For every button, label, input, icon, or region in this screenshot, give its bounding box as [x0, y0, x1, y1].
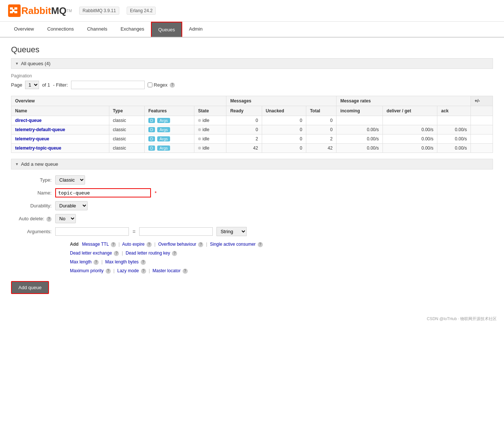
auto-expire-help[interactable]: ?: [147, 242, 152, 247]
queue-name-link[interactable]: telemetry-queue: [15, 136, 49, 141]
queue-name-link[interactable]: telemetry-topic-queue: [15, 146, 61, 151]
auto-delete-select[interactable]: No Yes: [55, 214, 76, 223]
name-label: Name:: [11, 190, 52, 196]
max-length-help[interactable]: ?: [94, 260, 99, 265]
queue-unacked-cell: 0: [262, 125, 306, 134]
main-content: Queues ▼ All queues (4) Pagination Page …: [0, 38, 504, 301]
rabbitmq-logo-icon: [7, 4, 21, 18]
master-locator-help[interactable]: ?: [183, 269, 188, 274]
queue-state-cell: idle: [194, 144, 226, 153]
badge-d: D: [148, 146, 155, 151]
queue-type-cell: classic: [109, 125, 144, 134]
queue-ack-cell: 0.00/s: [437, 125, 471, 134]
queue-incoming-cell: 0.00/s: [336, 144, 383, 153]
arg-link-master-locator[interactable]: Master locator: [152, 268, 180, 273]
dead-letter-routing-key-help[interactable]: ?: [172, 251, 177, 256]
dead-letter-exchange-help[interactable]: ?: [114, 251, 119, 256]
overflow-behaviour-help[interactable]: ?: [198, 242, 203, 247]
badge-args[interactable]: Args: [157, 118, 170, 123]
arg-link-lazy-mode[interactable]: Lazy mode: [117, 268, 139, 273]
queue-ack-cell: [437, 116, 471, 125]
nav-overview[interactable]: Overview: [7, 22, 40, 37]
single-active-consumer-help[interactable]: ?: [258, 242, 263, 247]
nav-queues[interactable]: Queues: [151, 22, 183, 37]
arguments-key-input[interactable]: [55, 227, 129, 236]
badge-args[interactable]: Args: [157, 136, 170, 141]
badge-args[interactable]: Args: [157, 146, 170, 151]
col-unacked: Unacked: [262, 106, 306, 116]
name-row: Name: *: [11, 188, 493, 197]
add-queue-button[interactable]: Add queue: [11, 281, 49, 294]
main-nav: Overview Connections Channels Exchanges …: [0, 22, 504, 38]
add-queue-section-header[interactable]: ▼ Add a new queue: [11, 159, 493, 169]
arg-link-dead-letter-routing-key[interactable]: Dead letter routing key: [126, 250, 170, 256]
arg-link-max-length-bytes[interactable]: Max length bytes: [105, 259, 139, 264]
arg-link-max-length[interactable]: Max length: [70, 259, 92, 264]
arg-link-message-ttl[interactable]: Message TTL: [82, 242, 109, 247]
arguments-val-input[interactable]: [139, 227, 213, 236]
queue-extra-cell: [471, 125, 493, 134]
queue-total-cell: 0: [306, 125, 336, 134]
queue-extra-cell: [471, 116, 493, 125]
arg-link-auto-expire[interactable]: Auto expire: [122, 242, 145, 247]
queue-incoming-cell: 0.00/s: [336, 134, 383, 144]
arguments-type-select[interactable]: String Number Boolean List: [216, 227, 247, 236]
state-dot: [198, 128, 201, 131]
nav-admin[interactable]: Admin: [182, 22, 209, 37]
queue-total-cell: 2: [306, 134, 336, 144]
durability-select[interactable]: Durable Transient: [55, 201, 88, 210]
queue-name-link[interactable]: telemetry-default-queue: [15, 127, 65, 132]
arg-link-dead-letter-exchange[interactable]: Dead letter exchange: [70, 250, 112, 256]
type-select[interactable]: Classic Quorum Stream: [55, 175, 85, 185]
max-length-bytes-help[interactable]: ?: [141, 260, 146, 265]
auto-delete-row: Auto delete: ? No Yes: [11, 214, 493, 223]
col-plus-minus[interactable]: +/-: [471, 96, 493, 106]
auto-delete-help[interactable]: ?: [46, 217, 52, 222]
footer-text: CSDN @IoTHub · 物联网开源技术社区: [427, 316, 497, 321]
add-queue-title: Add a new queue: [21, 161, 58, 167]
page-label: Page: [11, 82, 22, 88]
queue-total-cell: 0: [306, 116, 336, 125]
argument-links: Add Message TTL ? | Auto expire ? | Over…: [70, 240, 493, 275]
nav-connections[interactable]: Connections: [40, 22, 80, 37]
lazy-mode-help[interactable]: ?: [141, 269, 146, 274]
queue-incoming-cell: 0.00/s: [336, 125, 383, 134]
col-ready: Ready: [226, 106, 262, 116]
filter-input[interactable]: [71, 81, 145, 89]
arg-link-maximum-priority[interactable]: Maximum priority: [70, 268, 103, 273]
col-empty: [471, 106, 493, 116]
nav-exchanges[interactable]: Exchanges: [114, 22, 151, 37]
state-dot: [198, 147, 201, 150]
queue-ready-cell: 0: [226, 125, 262, 134]
svg-rect-4: [14, 11, 17, 13]
col-incoming: incoming: [336, 106, 383, 116]
all-queues-section-header[interactable]: ▼ All queues (4): [11, 58, 493, 69]
queue-ready-cell: 2: [226, 134, 262, 144]
col-group-messages: Messages: [226, 96, 336, 106]
svg-rect-5: [12, 9, 14, 12]
nav-channels[interactable]: Channels: [80, 22, 114, 37]
table-row: telemetry-queue classic D Args idle 2 0 …: [11, 134, 493, 144]
state-dot: [198, 137, 201, 140]
queue-name-link[interactable]: direct-queue: [15, 118, 42, 123]
badge-args[interactable]: Args: [157, 127, 170, 132]
regex-checkbox[interactable]: [148, 83, 152, 87]
arg-link-single-active-consumer[interactable]: Single active consumer: [210, 242, 255, 247]
maximum-priority-help[interactable]: ?: [106, 269, 111, 274]
queue-features-cell: D Args: [144, 125, 194, 134]
arg-link-overflow-behaviour[interactable]: Overflow behaviour: [158, 242, 196, 247]
logo-mq: MQ: [51, 5, 67, 17]
queue-name-cell: telemetry-queue: [11, 134, 109, 144]
pagination-label: Pagination: [11, 73, 493, 78]
message-ttl-help[interactable]: ?: [111, 242, 116, 247]
queue-type-cell: classic: [109, 134, 144, 144]
equals-sign: =: [133, 229, 135, 235]
queue-ready-cell: 42: [226, 144, 262, 153]
page-select[interactable]: 1: [25, 81, 39, 89]
queue-state-cell: idle: [194, 125, 226, 134]
regex-help[interactable]: ?: [170, 83, 175, 88]
queue-deliver-get-cell: 0.00/s: [383, 125, 437, 134]
name-input[interactable]: [55, 188, 151, 197]
queue-name-cell: direct-queue: [11, 116, 109, 125]
col-group-overview: Overview: [11, 96, 226, 106]
